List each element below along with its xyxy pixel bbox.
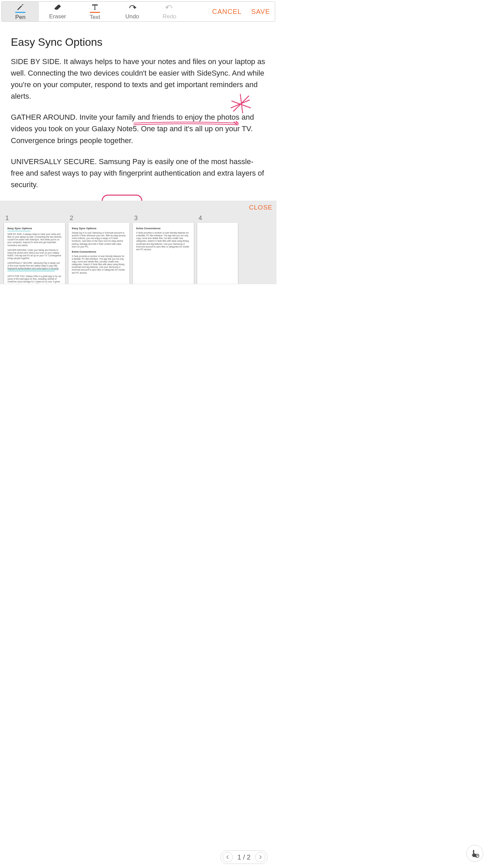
pen-tool[interactable]: Pen bbox=[2, 2, 39, 21]
thumb-number: 4 bbox=[199, 215, 202, 222]
ink-arc bbox=[102, 195, 142, 201]
thumb-heading: Extra Convenience bbox=[136, 227, 190, 230]
doc-paragraph-3-text: UNIVERSALLY SECURE. Samsung Pay is easil… bbox=[11, 157, 264, 189]
eraser-label: Eraser bbox=[49, 13, 66, 20]
undo-label: Undo bbox=[125, 13, 139, 20]
pen-label: Pen bbox=[15, 14, 25, 21]
thumb-text: Simply log in to your Samsung or Evernot… bbox=[72, 232, 126, 248]
doc-paragraph-3: UNIVERSALLY SECURE. Samsung Pay is easil… bbox=[11, 156, 266, 191]
save-button[interactable]: SAVE bbox=[246, 2, 275, 21]
toolbar: Pen Eraser Text Undo Redo CANCEL SAVE bbox=[1, 1, 275, 22]
thumb-heading: Extra Convenience bbox=[72, 250, 126, 254]
highlight-stroke bbox=[8, 180, 243, 187]
thumbnail-4[interactable]: 4 bbox=[197, 215, 238, 284]
thumb-text: SIDE BY SIDE. It always helps to have yo… bbox=[7, 233, 62, 247]
pen-icon bbox=[16, 3, 25, 12]
doc-paragraph-2: GATHER AROUND. Invite your family and fr… bbox=[11, 112, 266, 146]
thumbnail-3[interactable]: 3 Extra Convenience S Note provides a nu… bbox=[133, 215, 194, 284]
eraser-icon bbox=[53, 3, 62, 12]
thumb-page[interactable]: Easy Sync Options SIDE BY SIDE. It alway… bbox=[4, 223, 65, 284]
underline-ink bbox=[134, 121, 239, 126]
thumb-heading: Easy Sync Options bbox=[7, 227, 62, 230]
doc-title: Easy Sync Options bbox=[11, 36, 102, 48]
text-tool[interactable]: Text bbox=[76, 2, 114, 21]
thumb-text: UNIVERSALLY SECURE. Samsung Pay is easil… bbox=[7, 262, 62, 270]
text-accent-indicator bbox=[90, 12, 100, 13]
text-icon bbox=[90, 3, 99, 12]
thumb-text: GATHER AROUND. Invite your family and fr… bbox=[7, 249, 62, 260]
doc-title-text: Easy Sync Options bbox=[11, 36, 102, 48]
thumbnail-2[interactable]: 2 Easy Sync Options Simply log in to you… bbox=[68, 215, 129, 284]
thumb-page[interactable]: Easy Sync Options Simply log in to your … bbox=[68, 223, 129, 284]
redo-label: Redo bbox=[163, 13, 177, 20]
page-thumbnail-strip: CLOSE 1 Easy Sync Options SIDE BY SIDE. … bbox=[0, 201, 277, 284]
thumbnail-1[interactable]: 1 Easy Sync Options SIDE BY SIDE. It alw… bbox=[4, 215, 65, 284]
document-canvas[interactable]: Easy Sync Options SIDE BY SIDE. It alway… bbox=[0, 22, 277, 191]
thumbnail-row[interactable]: 1 Easy Sync Options SIDE BY SIDE. It alw… bbox=[4, 215, 277, 284]
doc-paragraph-1: SIDE BY SIDE. It always helps to have yo… bbox=[11, 56, 266, 102]
text-label: Text bbox=[89, 14, 100, 21]
thumb-text: S Note provides a number of user-friendl… bbox=[72, 255, 126, 274]
undo-tool[interactable]: Undo bbox=[114, 2, 151, 21]
star-ink-icon bbox=[228, 93, 252, 116]
cancel-button[interactable]: CANCEL bbox=[207, 2, 246, 21]
thumb-page[interactable]: Extra Convenience S Note provides a numb… bbox=[133, 223, 194, 284]
thumb-number: 3 bbox=[134, 215, 138, 222]
thumb-text: S Note provides a number of user-friendl… bbox=[136, 232, 190, 251]
eraser-tool[interactable]: Eraser bbox=[39, 2, 76, 21]
thumb-page[interactable] bbox=[197, 223, 238, 284]
undo-icon bbox=[128, 3, 137, 12]
thumb-number: 1 bbox=[5, 215, 9, 222]
thumb-number: 2 bbox=[70, 215, 73, 222]
redo-icon bbox=[165, 3, 174, 12]
close-button[interactable]: CLOSE bbox=[249, 204, 272, 211]
doc-paragraph-2-text: GATHER AROUND. Invite your family and fr… bbox=[11, 113, 254, 144]
pen-active-indicator bbox=[15, 12, 25, 13]
thumb-text: GIFTS FOR YOU. Galaxy Gifts is a great w… bbox=[7, 275, 62, 284]
redo-tool[interactable]: Redo bbox=[151, 2, 188, 21]
thumb-heading: Easy Sync Options bbox=[72, 227, 126, 230]
